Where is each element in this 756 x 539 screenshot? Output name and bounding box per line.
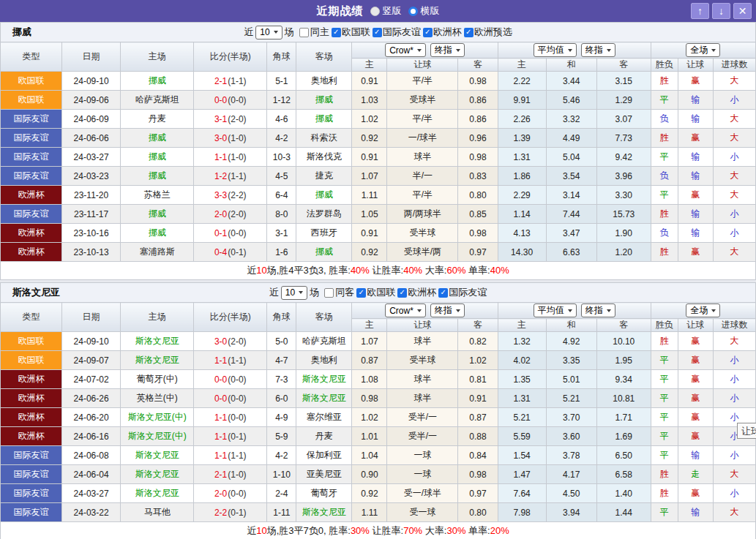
- match-type-cell: 欧洲杯: [1, 186, 62, 205]
- same-away-checkbox[interactable]: 同客: [324, 286, 354, 299]
- handicap-odds-away-cell: 0.88: [458, 427, 498, 446]
- recent-count-select[interactable]: 10: [281, 286, 307, 300]
- result-outcome-cell: 平: [651, 427, 678, 446]
- halftime-score: (0-1): [228, 431, 246, 442]
- avg-draw-odds-cell: 3.54: [546, 167, 596, 186]
- handicap-line-cell: 受半/一: [387, 408, 458, 427]
- match-row: 欧洲杯23-10-16挪威0-1(0-0)3-1西班牙0.91受半球0.984.…: [1, 224, 756, 243]
- result-goals-cell: 大: [713, 129, 755, 148]
- match-type-cell: 国际友谊: [1, 129, 62, 148]
- match-row: 国际友谊24-03-27斯洛文尼亚2-0(0-0)2-4葡萄牙0.92受一/球半…: [1, 484, 756, 503]
- handicap-odds-away-cell: 0.98: [458, 72, 498, 91]
- handicap-odds-away-cell: 0.86: [458, 110, 498, 129]
- checkbox-icon: ✓: [423, 28, 433, 37]
- competition-checkbox[interactable]: ✓国际友谊: [438, 286, 487, 299]
- avg-home-odds-cell: 4.13: [498, 224, 546, 243]
- away-team-cell: 斯洛文尼亚: [296, 389, 352, 408]
- avg-away-odds-cell: 3.15: [596, 72, 651, 91]
- checkbox-label: 欧洲杯: [433, 26, 462, 39]
- competition-checkbox[interactable]: ✓欧国联: [332, 26, 370, 39]
- move-down-button[interactable]: ↓: [712, 3, 730, 19]
- match-row: 欧洲杯24-06-20斯洛文尼亚(中)1-1(0-0)4-9塞尔维亚1.02受半…: [1, 408, 756, 427]
- score-cell: 1-1(1-1): [194, 351, 267, 370]
- full-match-select[interactable]: 全场: [686, 43, 720, 57]
- match-date-cell: 23-10-16: [62, 224, 121, 243]
- result-handicap-cell: 输: [678, 148, 713, 167]
- close-button[interactable]: ✕: [733, 3, 752, 19]
- home-team-cell: 挪威: [121, 205, 194, 224]
- result-group-header: 全场: [651, 42, 755, 59]
- bookmaker-select[interactable]: Crow*: [385, 304, 426, 317]
- competition-checkbox[interactable]: ✓欧洲预选: [464, 26, 512, 39]
- avg-draw-odds-cell: 5.21: [546, 389, 596, 408]
- result-goals-cell: 小: [713, 205, 755, 224]
- match-date-cell: 23-11-17: [62, 205, 121, 224]
- competition-checkbox[interactable]: ✓欧国联: [356, 286, 395, 299]
- avg-away-odds-cell: 3.07: [596, 110, 651, 129]
- handicap-line-cell: 平/半: [387, 72, 458, 91]
- home-team-cell: 斯洛文尼亚: [121, 446, 194, 465]
- avg-away-odds-cell: 15.73: [596, 205, 651, 224]
- avg-away-odds-cell: 1.95: [596, 351, 651, 370]
- bookmaker-select[interactable]: Crow*: [385, 43, 426, 57]
- away-team-cell: 西班牙: [296, 224, 352, 243]
- summary-text: 场,胜4平3负3, 胜率:: [267, 265, 351, 276]
- filter-bar: 斯洛文尼亚 近 10 场 同客 ✓欧国联✓欧洲杯✓国际友谊: [0, 282, 756, 302]
- corner-cell: 6-0: [267, 389, 296, 408]
- competition-checkbox[interactable]: ✓欧洲杯: [423, 26, 462, 39]
- chevron-down-icon: [568, 309, 572, 312]
- match-row: 欧洲杯23-10-13塞浦路斯0-4(0-1)1-6挪威0.92受球半/两0.9…: [1, 243, 756, 262]
- competition-checkbox[interactable]: ✓欧洲杯: [397, 286, 436, 299]
- average-select[interactable]: 平均值: [534, 43, 577, 57]
- fulltime-score: 3-3: [214, 190, 227, 200]
- vertical-layout-radio[interactable]: 竖版: [370, 4, 402, 18]
- average-select[interactable]: 平均值: [534, 304, 577, 317]
- match-type-cell: 国际友谊: [1, 110, 62, 129]
- match-date-cell: 24-06-04: [62, 465, 121, 484]
- home-team-cell: 斯洛文尼亚: [121, 351, 194, 370]
- chevron-down-icon: [417, 309, 422, 312]
- games-label: 场: [310, 286, 319, 299]
- subcol-handicap-result: 让球: [678, 59, 713, 72]
- avg-away-odds-cell: 9.34: [596, 370, 651, 389]
- odds-stage-select-2[interactable]: 终指: [581, 304, 615, 317]
- chevron-down-icon: [456, 309, 460, 312]
- avg-home-odds-cell: 1.32: [498, 332, 546, 351]
- odds-stage-select-1[interactable]: 终指: [430, 43, 465, 57]
- result-handicap-cell: 输: [678, 91, 713, 110]
- same-home-checkbox[interactable]: 同主: [299, 26, 329, 39]
- corner-cell: 4-2: [267, 446, 296, 465]
- result-goals-cell: 大: [713, 465, 755, 484]
- fulltime-score: 1-1: [214, 451, 227, 461]
- odds-stage-select-2[interactable]: 终指: [581, 43, 615, 57]
- home-team-cell: 丹麦: [121, 110, 194, 129]
- avg-home-odds-cell: 1.54: [498, 446, 546, 465]
- competition-checkbox[interactable]: ✓国际友谊: [373, 26, 421, 39]
- halftime-score: (1-1): [228, 76, 246, 86]
- move-up-button[interactable]: ↑: [691, 3, 709, 19]
- handicap-odds-home-cell: 1.07: [352, 332, 387, 351]
- away-team-cell: 丹麦: [296, 427, 352, 446]
- avg-away-odds-cell: 3.96: [596, 167, 651, 186]
- summary-text: 大率:: [422, 525, 446, 536]
- recent-count-select[interactable]: 10: [255, 26, 282, 39]
- result-handicap-cell: 赢: [678, 332, 713, 351]
- away-team-cell: 葡萄牙: [296, 484, 352, 503]
- handicap-odds-home-cell: 1.01: [352, 427, 387, 446]
- halftime-score: (0-0): [228, 95, 246, 105]
- odds-stage-select-1[interactable]: 终指: [430, 304, 465, 317]
- avg-away-odds-cell: 1.71: [596, 408, 651, 427]
- col-header-type: 类型: [1, 42, 62, 72]
- fulltime-score: 0-4: [214, 247, 227, 257]
- record-summary: 近10场,胜3平7负0, 胜率:30% 让胜率:70% 大率:30% 单率:20…: [1, 522, 756, 539]
- home-team-cell: 挪威: [121, 148, 194, 167]
- away-team-cell: 科索沃: [296, 129, 352, 148]
- handicap-odds-home-cell: 0.92: [352, 243, 387, 262]
- full-match-select[interactable]: 全场: [686, 304, 720, 317]
- page-title: 近期战绩: [317, 4, 364, 18]
- horizontal-layout-radio[interactable]: 横版: [408, 4, 440, 18]
- col-header-score: 比分(半场): [194, 42, 267, 72]
- halftime-score: (2-0): [228, 114, 246, 124]
- result-outcome-cell: 平: [651, 503, 678, 522]
- handicap-line-cell: 受一球: [387, 503, 458, 522]
